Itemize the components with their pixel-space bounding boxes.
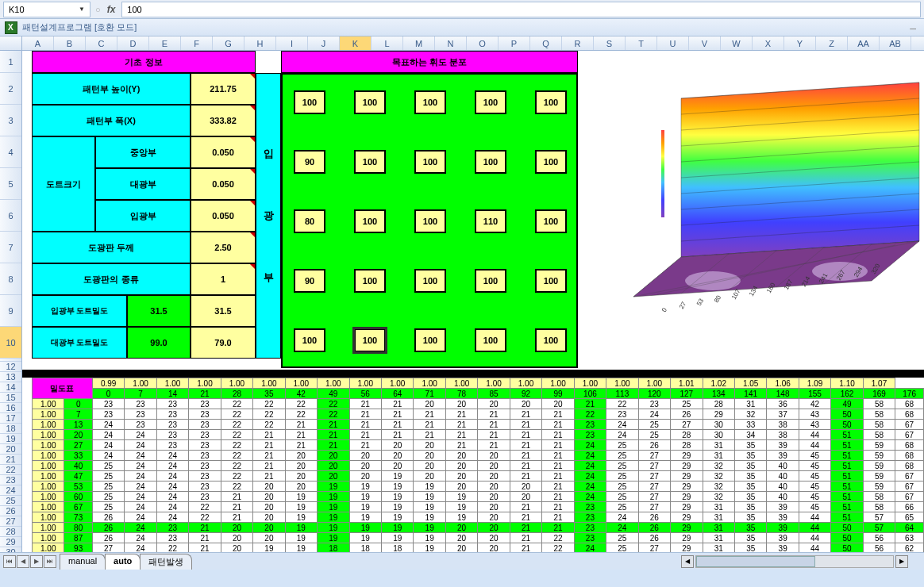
- select-all-corner[interactable]: [0, 36, 22, 50]
- row-header-9[interactable]: 9: [0, 295, 21, 327]
- col-header-N[interactable]: N: [435, 36, 467, 50]
- col-header-M[interactable]: M: [403, 36, 435, 50]
- luminance-cell[interactable]: 100: [414, 269, 446, 293]
- col-header-K[interactable]: K: [340, 36, 372, 50]
- row-header-5[interactable]: 5: [0, 168, 21, 200]
- luminance-cell[interactable]: 100: [535, 150, 567, 174]
- row-header-25[interactable]: 25: [0, 496, 21, 506]
- col-header-Q[interactable]: Q: [530, 36, 562, 50]
- col-header-Y[interactable]: Y: [784, 36, 816, 50]
- tab-nav-first[interactable]: ⏮: [3, 555, 16, 568]
- col-header-V[interactable]: V: [689, 36, 721, 50]
- col-header-C[interactable]: C: [86, 36, 117, 50]
- row-header-24[interactable]: 24: [0, 485, 21, 496]
- density-table[interactable]: 밀도표0.991.001.001.001.001.001.001.001.001…: [32, 378, 924, 564]
- luminance-cell[interactable]: 80: [294, 209, 325, 233]
- col-header-B[interactable]: B: [54, 36, 86, 50]
- density-in-v2[interactable]: 31.5: [191, 295, 256, 327]
- row-header-28[interactable]: 28: [0, 527, 21, 537]
- row-header-7[interactable]: 7: [0, 232, 21, 263]
- minimize-icon[interactable]: –: [907, 21, 919, 34]
- row-header-29[interactable]: 29: [0, 537, 21, 547]
- luminance-cell[interactable]: 100: [294, 90, 325, 114]
- cancel-icon[interactable]: ○: [95, 5, 101, 14]
- luminance-cell[interactable]: 100: [475, 269, 506, 293]
- luminance-grid[interactable]: 1001001001001009010010010010080100100110…: [281, 73, 578, 368]
- pattern-width-value[interactable]: 333.82: [191, 105, 256, 136]
- luminance-cell[interactable]: 90: [294, 269, 325, 293]
- luminance-cell[interactable]: 100: [414, 209, 446, 233]
- horizontal-scrollbar[interactable]: [695, 555, 894, 568]
- tab-nav-prev[interactable]: ◀: [17, 555, 29, 568]
- col-header-X[interactable]: X: [753, 36, 784, 50]
- formula-input[interactable]: 100: [121, 2, 921, 17]
- row-header-27[interactable]: 27: [0, 516, 21, 527]
- col-header-Z[interactable]: Z: [816, 36, 848, 50]
- row-header-6[interactable]: 6: [0, 200, 21, 232]
- col-header-S[interactable]: S: [594, 36, 626, 50]
- col-header-H[interactable]: H: [244, 36, 276, 50]
- col-header-P[interactable]: P: [499, 36, 530, 50]
- sheet-tab-auto[interactable]: auto: [105, 554, 141, 570]
- dropdown-icon[interactable]: ▼: [79, 6, 85, 13]
- luminance-cell[interactable]: 100: [414, 90, 446, 114]
- col-header-A[interactable]: A: [22, 36, 54, 50]
- row-header-20[interactable]: 20: [0, 444, 21, 455]
- luminance-cell[interactable]: 100: [354, 150, 386, 174]
- row-header-3[interactable]: 3: [0, 105, 21, 136]
- row-header-23[interactable]: 23: [0, 475, 21, 485]
- luminance-cell[interactable]: 100: [535, 269, 567, 293]
- luminance-cell[interactable]: 100: [475, 90, 506, 114]
- sheet-tab-패턴발생[interactable]: 패턴발생: [140, 554, 192, 570]
- luminance-cell[interactable]: 100: [354, 209, 386, 233]
- density-max-v1[interactable]: 99.0: [127, 327, 191, 359]
- row-header-19[interactable]: 19: [0, 434, 21, 444]
- col-header-G[interactable]: G: [213, 36, 244, 50]
- col-header-L[interactable]: L: [372, 36, 403, 50]
- row-header-17[interactable]: 17: [0, 413, 21, 424]
- luminance-cell[interactable]: 100: [475, 328, 506, 352]
- row-header-8[interactable]: 8: [0, 263, 21, 295]
- lgp-thickness-value[interactable]: 2.50: [191, 232, 256, 263]
- scroll-right-button[interactable]: ▶: [895, 555, 908, 568]
- fx-icon[interactable]: fx: [107, 4, 116, 15]
- luminance-cell[interactable]: 110: [475, 209, 506, 233]
- row-header-2[interactable]: 2: [0, 73, 21, 105]
- luminance-cell[interactable]: 100: [294, 328, 325, 352]
- col-header-F[interactable]: F: [181, 36, 213, 50]
- luminance-cell[interactable]: 100: [535, 90, 567, 114]
- luminance-cell[interactable]: 100: [535, 209, 567, 233]
- luminance-cell[interactable]: 100: [354, 269, 386, 293]
- luminance-cell[interactable]: 100: [414, 328, 446, 352]
- luminance-cell[interactable]: 100: [354, 90, 386, 114]
- chart-3d-surface[interactable]: 0275380107134160187214241267294320: [586, 51, 924, 368]
- row-header-12[interactable]: 12: [0, 362, 21, 372]
- col-header-AB[interactable]: AB: [880, 36, 911, 50]
- density-in-v1[interactable]: 31.5: [127, 295, 191, 327]
- luminance-cell[interactable]: 100: [414, 150, 446, 174]
- luminance-cell[interactable]: 100: [475, 150, 506, 174]
- scroll-left-button[interactable]: ◀: [681, 555, 694, 568]
- col-header-I[interactable]: I: [276, 36, 308, 50]
- sheet-tab-manual[interactable]: manual: [60, 554, 106, 570]
- cells-area[interactable]: 기초 정보 목표하는 휘도 분포 패턴부 높이(Y) 211.75 패턴부 폭(…: [22, 51, 924, 570]
- row-header-13[interactable]: 13: [0, 372, 21, 382]
- col-header-D[interactable]: D: [117, 36, 149, 50]
- luminance-cell[interactable]: 90: [294, 150, 325, 174]
- name-box[interactable]: K10 ▼: [3, 2, 90, 17]
- luminance-cell[interactable]: 100: [354, 328, 386, 352]
- scroll-thumb[interactable]: [696, 556, 815, 567]
- row-header-18[interactable]: 18: [0, 424, 21, 434]
- dot-in-value[interactable]: 0.050: [191, 200, 256, 232]
- lgp-type-value[interactable]: 1: [191, 263, 256, 295]
- tab-nav-next[interactable]: ▶: [30, 555, 43, 568]
- row-header-21[interactable]: 21: [0, 455, 21, 465]
- dot-center-value[interactable]: 0.050: [191, 136, 256, 168]
- pattern-height-value[interactable]: 211.75: [191, 73, 256, 105]
- tab-nav-last[interactable]: ⏭: [44, 555, 56, 568]
- row-header-22[interactable]: 22: [0, 465, 21, 475]
- col-header-T[interactable]: T: [626, 36, 657, 50]
- col-header-R[interactable]: R: [562, 36, 594, 50]
- row-header-10[interactable]: 10: [0, 327, 21, 359]
- col-header-O[interactable]: O: [467, 36, 499, 50]
